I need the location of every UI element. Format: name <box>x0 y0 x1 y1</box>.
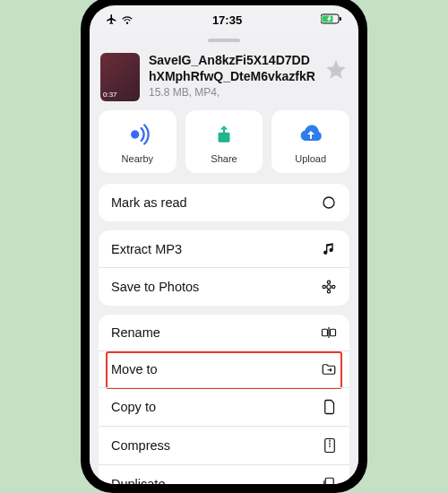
quick-actions: Nearby Share Upload <box>90 110 358 184</box>
menu-group-2: Extract MP3 Save to Photos <box>99 230 349 306</box>
menu-group-3: Rename Move to Copy to <box>99 315 349 484</box>
svg-rect-12 <box>331 329 336 336</box>
battery-icon <box>321 13 342 27</box>
upload-icon <box>297 121 324 148</box>
move-folder-icon <box>317 362 337 376</box>
mark-as-read-row[interactable]: Mark as read <box>99 184 349 221</box>
music-icon <box>317 241 337 256</box>
svg-rect-1 <box>323 16 333 22</box>
file-title: SaveIG_An8kzFi5X14D7DDhXMphRfwQ_DteM6vka… <box>149 53 315 84</box>
video-duration: 0:37 <box>103 91 117 99</box>
copy-to-row[interactable]: Copy to <box>99 387 349 426</box>
upload-label: Upload <box>295 153 326 164</box>
svg-rect-11 <box>323 329 328 336</box>
wifi-icon <box>121 13 134 28</box>
upload-button[interactable]: Upload <box>271 110 349 173</box>
nearby-button[interactable]: Nearby <box>99 110 177 173</box>
svg-point-3 <box>131 130 139 138</box>
video-thumbnail[interactable]: 0:37 <box>100 53 140 101</box>
screen: 17:35 0:37 SaveIG_An8kzFi5X14D7DDhXMphRf… <box>90 5 358 484</box>
favorite-button[interactable] <box>324 58 348 82</box>
duplicate-row[interactable]: Duplicate <box>99 464 349 484</box>
airplane-icon <box>106 13 117 28</box>
action-sheet: 0:37 SaveIG_An8kzFi5X14D7DDhXMphRfwQ_Dte… <box>90 32 358 484</box>
svg-point-6 <box>327 285 332 290</box>
svg-point-9 <box>323 285 325 288</box>
svg-point-8 <box>327 290 330 293</box>
move-to-row[interactable]: Move to <box>99 350 349 387</box>
status-bar: 17:35 <box>90 5 358 31</box>
file-header: 0:37 SaveIG_An8kzFi5X14D7DDhXMphRfwQ_Dte… <box>90 48 358 110</box>
document-icon <box>317 399 337 415</box>
duplicate-icon <box>317 476 337 484</box>
svg-rect-2 <box>340 17 341 21</box>
svg-point-10 <box>332 285 335 288</box>
svg-point-7 <box>327 281 330 283</box>
file-meta: 15.8 MB, MP4, <box>149 86 315 99</box>
phone-frame: 17:35 0:37 SaveIG_An8kzFi5X14D7DDhXMphRf… <box>81 0 367 493</box>
nearby-icon <box>124 121 151 148</box>
sheet-grabber[interactable] <box>208 39 240 42</box>
nearby-label: Nearby <box>122 153 153 164</box>
share-icon <box>211 121 237 148</box>
rename-icon <box>317 325 337 340</box>
circle-icon <box>317 195 337 211</box>
compress-row[interactable]: Compress <box>99 426 349 464</box>
share-label: Share <box>211 153 237 164</box>
photos-icon <box>317 279 337 295</box>
share-button[interactable]: Share <box>185 110 263 173</box>
rename-row[interactable]: Rename <box>99 315 349 350</box>
clock: 17:35 <box>212 13 242 27</box>
menu-group-1: Mark as read <box>99 184 349 221</box>
save-to-photos-row[interactable]: Save to Photos <box>99 267 349 306</box>
svg-point-5 <box>323 197 334 208</box>
extract-mp3-row[interactable]: Extract MP3 <box>99 230 349 267</box>
svg-rect-14 <box>325 478 333 484</box>
zip-icon <box>317 437 337 454</box>
